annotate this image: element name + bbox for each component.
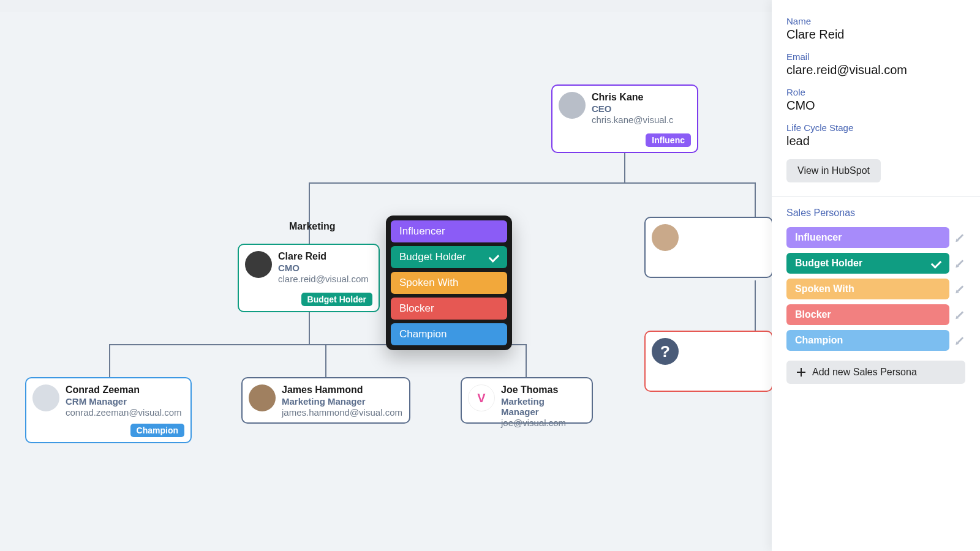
persona-badge: Champion (130, 424, 184, 437)
person-role: Marketing Manager (501, 396, 583, 417)
connector (309, 311, 310, 345)
person-card-unknown[interactable]: ? (644, 331, 773, 392)
person-email: clare.reid@visual.com (278, 274, 370, 284)
details-panel: Name Clare Reid Email clare.reid@visual.… (772, 0, 980, 551)
person-name: Clare Reid (278, 251, 370, 262)
person-card-ceo[interactable]: Chris Kane CEO chris.kane@visual.c Influ… (551, 84, 698, 153)
field-label-name: Name (786, 16, 965, 26)
avatar (245, 251, 272, 278)
view-in-hubspot-button[interactable]: View in HubSpot (786, 159, 881, 182)
field-label-email: Email (786, 51, 965, 62)
persona-badge: Budget Holder (301, 293, 372, 306)
person-email: chris.kane@visual.c (592, 114, 688, 125)
add-persona-button[interactable]: Add new Sales Persona (786, 361, 965, 384)
person-name: James Hammond (282, 384, 402, 395)
persona-option-spoken-with[interactable]: Spoken With (391, 272, 507, 294)
pencil-icon[interactable] (956, 284, 965, 294)
persona-pill-spoken-with[interactable]: Spoken With (786, 279, 949, 299)
add-persona-label: Add new Sales Persona (812, 367, 917, 378)
dept-label: Marketing (289, 221, 336, 232)
person-name: Conrad Zeeman (66, 384, 182, 395)
field-label-stage: Life Cycle Stage (786, 122, 965, 133)
divider (772, 196, 980, 197)
pencil-icon[interactable] (956, 233, 965, 242)
persona-pill-budget-holder[interactable]: Budget Holder (786, 253, 949, 274)
avatar (652, 224, 679, 251)
person-name: Joe Thomas (501, 384, 583, 395)
person-name: Chris Kane (592, 92, 688, 103)
persona-option-influencer[interactable]: Influencer (391, 220, 507, 242)
person-email: joe@visual.com (501, 418, 583, 428)
connector (755, 182, 756, 217)
field-label-role: Role (786, 87, 965, 97)
person-role: Marketing Manager (282, 396, 402, 407)
persona-popup: Influencer Budget Holder Spoken With Blo… (386, 216, 512, 350)
person-card-mm1[interactable]: James Hammond Marketing Manager james.ha… (241, 377, 410, 424)
persona-option-blocker[interactable]: Blocker (391, 298, 507, 320)
persona-option-champion[interactable]: Champion (391, 323, 507, 345)
person-email: conrad.zeeman@visual.com (66, 407, 182, 418)
field-value-stage: lead (786, 134, 965, 148)
connector (109, 344, 110, 378)
check-icon (932, 258, 941, 269)
avatar (32, 384, 59, 411)
field-value-name: Clare Reid (786, 28, 965, 42)
connector (526, 344, 527, 378)
plus-icon (796, 367, 806, 377)
person-role: CMO (278, 263, 370, 273)
person-card-crm[interactable]: Conrad Zeeman CRM Manager conrad.zeeman@… (25, 377, 192, 443)
persona-pill-blocker[interactable]: Blocker (786, 304, 949, 325)
avatar (249, 384, 276, 411)
connector (325, 344, 326, 378)
connector (755, 280, 756, 333)
pencil-icon[interactable] (956, 258, 965, 268)
section-label-personas: Sales Personas (786, 208, 965, 219)
connector (309, 182, 310, 244)
pencil-icon[interactable] (956, 310, 965, 320)
pencil-icon[interactable] (956, 335, 965, 345)
field-value-role: CMO (786, 99, 965, 113)
persona-option-budget-holder[interactable]: Budget Holder (391, 246, 507, 268)
person-card-mm2[interactable]: V Joe Thomas Marketing Manager joe@visua… (461, 377, 593, 424)
person-card-cmo[interactable]: Clare Reid CMO clare.reid@visual.com Bud… (238, 244, 380, 312)
persona-list: Influencer Budget Holder Spoken With Blo… (786, 227, 965, 351)
logo-icon: V (468, 384, 495, 411)
check-icon (489, 251, 499, 263)
person-role: CRM Manager (66, 396, 182, 407)
person-card-peer[interactable] (644, 217, 773, 278)
connector (624, 149, 625, 184)
connector (309, 182, 756, 184)
question-icon: ? (652, 338, 679, 365)
person-email: james.hammond@visual.com (282, 407, 402, 418)
persona-pill-champion[interactable]: Champion (786, 330, 949, 351)
person-role: CEO (592, 103, 688, 114)
persona-pill-influencer[interactable]: Influencer (786, 227, 949, 248)
field-value-email: clare.reid@visual.com (786, 63, 965, 77)
persona-badge: Influenc (646, 133, 691, 147)
avatar (559, 92, 586, 119)
